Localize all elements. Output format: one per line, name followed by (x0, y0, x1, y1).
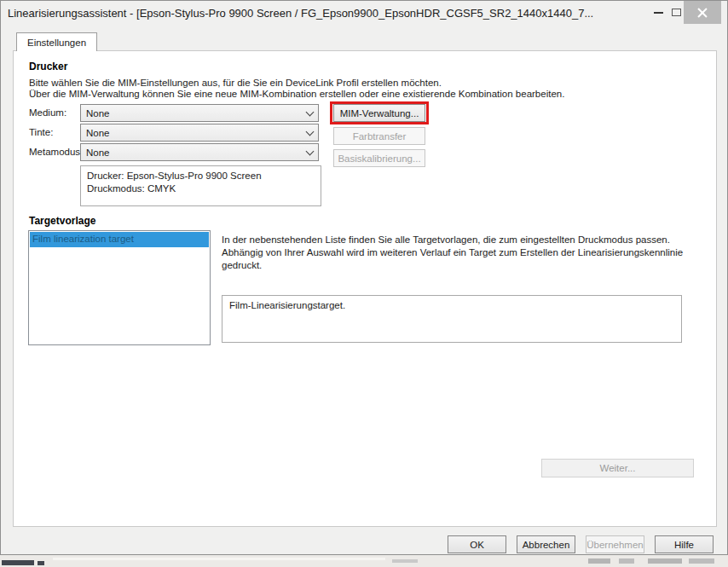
ok-button[interactable]: OK (448, 535, 506, 553)
uebernehmen-button[interactable]: Übernehmen (586, 535, 644, 553)
mim-verwaltung-button[interactable]: MIM-Verwaltung... (333, 104, 425, 122)
close-button[interactable] (684, 1, 721, 24)
tinte-label: Tinte: (29, 127, 53, 137)
chevron-down-icon (307, 129, 313, 135)
title-bar[interactable]: Linearisierungsassistent - [Epson-Stylus… (1, 1, 727, 25)
tinte-select[interactable]: None (80, 124, 319, 142)
medium-label: Medium: (29, 107, 66, 118)
close-icon (696, 7, 708, 19)
target-description-box: Film-Linearisierungstarget. (222, 295, 682, 343)
chevron-down-icon (307, 148, 313, 154)
window-title: Linearisierungsassistent - [Epson-Stylus… (1, 7, 593, 20)
tinte-value: None (86, 128, 110, 138)
minimize-icon (654, 12, 663, 14)
tab-einstellungen[interactable]: Einstellungen (16, 32, 97, 51)
printer-section-heading: Drucker (29, 61, 67, 72)
printer-info-box: Drucker: Epson-Stylus-Pro 9900 Screen Dr… (80, 165, 321, 206)
abbrechen-button[interactable]: Abbrechen (517, 535, 575, 553)
printer-info-line1: Drucker: Epson-Stylus-Pro 9900 Screen (87, 170, 315, 182)
printer-info-line2: Druckmodus: CMYK (87, 182, 315, 195)
weiter-button[interactable]: Weiter... (541, 459, 694, 477)
target-help-paragraph: In der nebenstehenden Liste finden Sie a… (222, 234, 704, 272)
settings-tab-panel: Drucker Bitte wählen Sie die MIM-Einstel… (13, 50, 717, 527)
dialog-window: Linearisierungsassistent - [Epson-Stylus… (0, 0, 728, 555)
printer-intro-line1: Bitte wählen Sie die MIM-Einstellungen a… (29, 77, 442, 89)
background-window-sliver (0, 556, 728, 567)
target-description-text: Film-Linearisierungstarget. (229, 300, 345, 310)
target-template-listbox[interactable]: Film linearization target (28, 230, 211, 345)
metamodus-label: Metamodus: (29, 147, 83, 157)
target-section-heading: Targetvorlage (29, 215, 95, 227)
printer-intro-line2: Über die MIM-Verwaltung können Sie eine … (29, 88, 564, 100)
maximize-icon (672, 9, 681, 16)
chevron-down-icon (307, 109, 313, 115)
basiskalibrierung-button[interactable]: Basiskalibrierung... (333, 149, 425, 167)
metamodus-value: None (86, 148, 110, 158)
tab-label: Einstellungen (27, 38, 86, 48)
list-item[interactable]: Film linearization target (30, 232, 209, 247)
farbtransfer-button[interactable]: Farbtransfer (333, 127, 425, 145)
metamodus-select[interactable]: None (80, 143, 319, 161)
hilfe-button[interactable]: Hilfe (655, 535, 714, 553)
medium-value: None (86, 108, 110, 119)
medium-select[interactable]: None (80, 104, 319, 122)
